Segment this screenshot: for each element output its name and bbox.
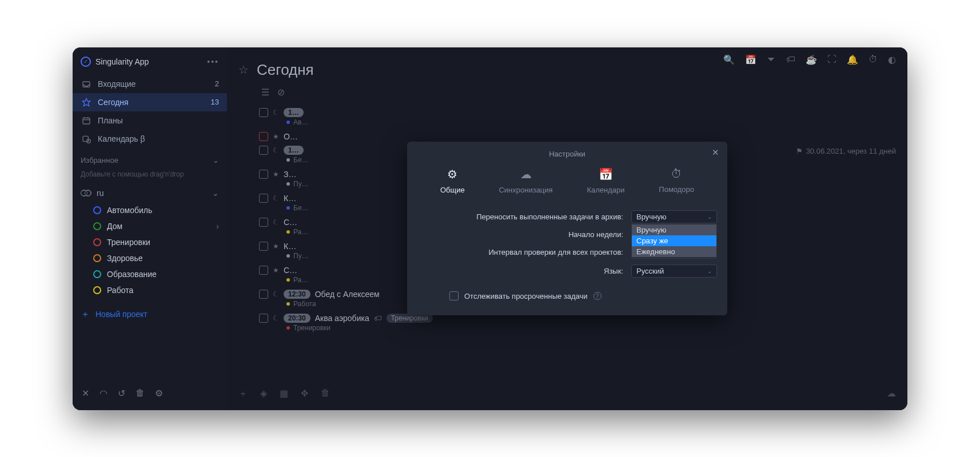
help-icon[interactable]: ? xyxy=(593,292,601,300)
svg-rect-3 xyxy=(83,136,88,141)
sidebar-item-inbox[interactable]: Входящие 2 xyxy=(73,75,227,93)
setting-archive-label: Переносить выполненные задачи в архив: xyxy=(417,213,631,221)
caret-icon: ⌄ xyxy=(707,214,712,220)
chevron-down-icon: ⌄ xyxy=(212,189,219,198)
app-name: Singularity App xyxy=(95,57,149,66)
project-label: Автомобиль xyxy=(107,206,152,215)
chevron-right-icon: › xyxy=(216,222,219,231)
select-value: Вручную xyxy=(636,213,666,221)
sidebar-item-label: Календарь β xyxy=(98,134,145,143)
inbox-icon xyxy=(81,79,92,89)
app-menu-button[interactable]: ••• xyxy=(207,57,219,66)
sidebar-footer: ✕ ◠ ↺ 🗑 ⚙ xyxy=(73,382,227,404)
new-project-label: Новый проект xyxy=(95,310,148,319)
sidebar-item-label: Входящие xyxy=(98,79,136,89)
calendar-icon: 📅 xyxy=(599,167,613,181)
modal-tab-calendars[interactable]: 📅 Календари xyxy=(587,167,624,194)
app-window: Singularity App ••• Входящие 2 Сегодня 1… xyxy=(73,47,907,410)
project-color-icon xyxy=(93,238,101,246)
project-item[interactable]: Образование xyxy=(73,266,227,282)
project-root-icon xyxy=(81,190,91,196)
sidebar-item-count: 13 xyxy=(211,98,219,106)
stopwatch-icon: ⏱ xyxy=(671,167,682,181)
chevron-down-icon: ⌄ xyxy=(213,156,219,165)
project-item[interactable]: Здоровье xyxy=(73,250,227,266)
plus-icon: ＋ xyxy=(81,308,90,320)
favorites-hint: Добавьте с помощью drag'n'drop xyxy=(73,168,227,184)
sidebar-item-today[interactable]: Сегодня 13 xyxy=(73,93,227,111)
modal-tab-label: Синхронизация xyxy=(499,186,552,194)
favorites-title: Избранное xyxy=(81,156,118,165)
modal-tab-label: Помодоро xyxy=(659,185,694,194)
sidebar-item-calendar[interactable]: Календарь β xyxy=(73,130,227,148)
calendar-clock-icon xyxy=(81,134,92,143)
star-icon xyxy=(81,98,92,107)
setting-lang-select[interactable]: Русский ⌄ xyxy=(631,264,717,278)
modal-tab-pomodoro[interactable]: ⏱ Помодоро xyxy=(659,167,694,194)
setting-lang-row: Язык: Русский ⌄ xyxy=(417,264,717,278)
project-item[interactable]: Автомобиль xyxy=(73,202,227,218)
project-color-icon xyxy=(93,254,101,262)
setting-lang-label: Язык: xyxy=(417,267,631,275)
settings-icon[interactable]: ⚙ xyxy=(155,388,163,399)
settings-modal: Настройки ✕ ⚙ Общие ☁ Синхронизация 📅 Ка… xyxy=(407,142,727,315)
app-header: Singularity App ••• xyxy=(73,53,227,75)
archive-dropdown: Вручную Сразу же Ежедневно xyxy=(631,224,717,258)
project-label: Образование xyxy=(107,270,157,279)
archive-icon[interactable]: 🗑 xyxy=(136,388,145,399)
setting-archive-row: Переносить выполненные задачи в архив: В… xyxy=(417,210,717,223)
new-project-button[interactable]: ＋ Новый проект xyxy=(73,302,227,327)
project-item[interactable]: Работа xyxy=(73,282,227,298)
favorites-section[interactable]: Избранное ⌄ xyxy=(73,148,227,168)
project-root[interactable]: ru ⌄ xyxy=(73,184,227,202)
project-color-icon xyxy=(93,206,101,214)
modal-close-button[interactable]: ✕ xyxy=(712,147,719,158)
select-value: Русский xyxy=(636,267,664,275)
caret-icon: ⌄ xyxy=(707,268,712,274)
project-label: Дом xyxy=(107,222,122,231)
svg-rect-2 xyxy=(83,118,90,124)
track-overdue-checkbox[interactable] xyxy=(449,291,459,300)
project-label: Здоровье xyxy=(107,254,143,263)
project-color-icon xyxy=(93,222,101,230)
dropdown-option[interactable]: Сразу же xyxy=(632,235,716,246)
rainbow-icon[interactable]: ◠ xyxy=(99,388,107,399)
project-label: Тренировки xyxy=(107,238,150,247)
project-root-label: ru xyxy=(97,189,103,198)
cloud-sync-icon: ☁ xyxy=(520,167,532,181)
project-color-icon xyxy=(93,270,101,278)
project-item[interactable]: Дом › xyxy=(73,218,227,234)
shuffle-icon[interactable]: ✕ xyxy=(82,388,89,399)
sidebar-item-count: 2 xyxy=(215,79,219,88)
setting-archive-select[interactable]: Вручную ⌄ xyxy=(631,210,717,223)
modal-tab-label: Общие xyxy=(440,186,465,194)
modal-tab-label: Календари xyxy=(587,186,624,194)
dropdown-option[interactable]: Ежедневно xyxy=(632,246,716,257)
app-logo-icon xyxy=(81,57,91,67)
modal-tab-sync[interactable]: ☁ Синхронизация xyxy=(499,167,552,194)
modal-tabs: ⚙ Общие ☁ Синхронизация 📅 Календари ⏱ По… xyxy=(417,164,717,205)
calendar-icon xyxy=(81,116,92,125)
modal-tab-general[interactable]: ⚙ Общие xyxy=(440,167,465,194)
setting-week-label: Начало недели: xyxy=(417,230,631,239)
svg-marker-1 xyxy=(82,98,90,106)
track-overdue-label: Отслеживать просроченные задачи xyxy=(464,292,588,300)
modal-title: Настройки xyxy=(417,150,717,164)
gear-icon: ⚙ xyxy=(447,167,457,181)
setting-track-row: Отслеживать просроченные задачи ? xyxy=(417,283,717,300)
main-area: 🔍 📅 ⏷ 🏷 ☕ ⛶ 🔔 ⏱ ◐ ☆ Сегодня ☰ ⊘ ⚑ 30.06.… xyxy=(227,47,907,410)
history-icon[interactable]: ↺ xyxy=(118,388,125,399)
sidebar-item-label: Планы xyxy=(98,116,123,125)
dropdown-option[interactable]: Вручную xyxy=(632,225,716,235)
setting-interval-label: Интервал проверки для всех проектов: xyxy=(417,248,631,256)
sidebar-item-label: Сегодня xyxy=(98,98,129,107)
sidebar-item-plans[interactable]: Планы xyxy=(73,111,227,130)
sidebar: Singularity App ••• Входящие 2 Сегодня 1… xyxy=(73,47,227,410)
project-item[interactable]: Тренировки xyxy=(73,234,227,250)
project-color-icon xyxy=(93,286,101,294)
project-label: Работа xyxy=(107,286,133,295)
